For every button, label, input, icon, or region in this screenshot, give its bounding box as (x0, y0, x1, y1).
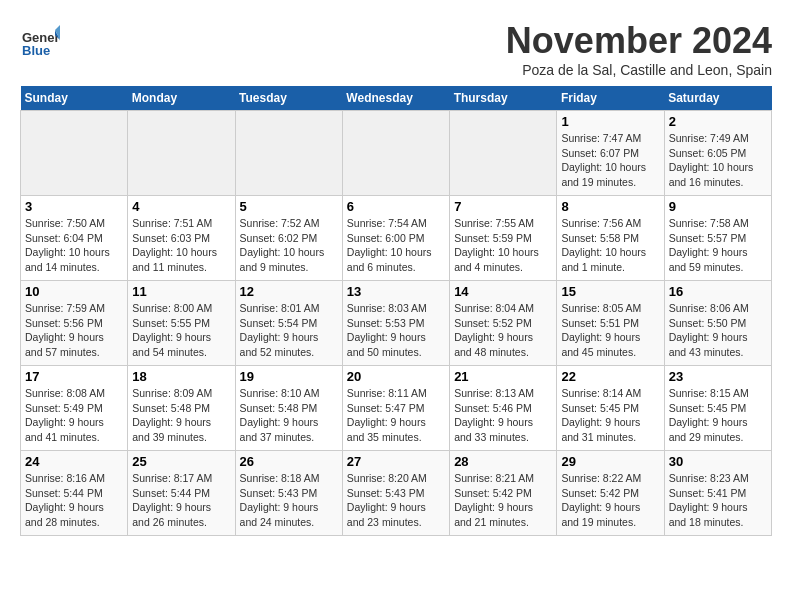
calendar-cell: 7Sunrise: 7:55 AMSunset: 5:59 PMDaylight… (450, 196, 557, 281)
calendar-cell: 19Sunrise: 8:10 AMSunset: 5:48 PMDayligh… (235, 366, 342, 451)
day-number: 12 (240, 284, 338, 299)
calendar-cell: 1Sunrise: 7:47 AMSunset: 6:07 PMDaylight… (557, 111, 664, 196)
calendar-cell: 11Sunrise: 8:00 AMSunset: 5:55 PMDayligh… (128, 281, 235, 366)
day-info: Sunrise: 7:54 AMSunset: 6:00 PMDaylight:… (347, 216, 445, 275)
calendar-cell: 14Sunrise: 8:04 AMSunset: 5:52 PMDayligh… (450, 281, 557, 366)
calendar-cell (21, 111, 128, 196)
day-number: 27 (347, 454, 445, 469)
day-info: Sunrise: 8:10 AMSunset: 5:48 PMDaylight:… (240, 386, 338, 445)
day-info: Sunrise: 8:04 AMSunset: 5:52 PMDaylight:… (454, 301, 552, 360)
day-info: Sunrise: 8:18 AMSunset: 5:43 PMDaylight:… (240, 471, 338, 530)
calendar-cell: 27Sunrise: 8:20 AMSunset: 5:43 PMDayligh… (342, 451, 449, 536)
calendar-cell: 21Sunrise: 8:13 AMSunset: 5:46 PMDayligh… (450, 366, 557, 451)
day-number: 26 (240, 454, 338, 469)
day-info: Sunrise: 8:22 AMSunset: 5:42 PMDaylight:… (561, 471, 659, 530)
day-info: Sunrise: 8:01 AMSunset: 5:54 PMDaylight:… (240, 301, 338, 360)
calendar-cell: 12Sunrise: 8:01 AMSunset: 5:54 PMDayligh… (235, 281, 342, 366)
day-info: Sunrise: 8:03 AMSunset: 5:53 PMDaylight:… (347, 301, 445, 360)
calendar-cell: 20Sunrise: 8:11 AMSunset: 5:47 PMDayligh… (342, 366, 449, 451)
weekday-header-tuesday: Tuesday (235, 86, 342, 111)
day-number: 28 (454, 454, 552, 469)
day-number: 18 (132, 369, 230, 384)
day-number: 2 (669, 114, 767, 129)
day-number: 4 (132, 199, 230, 214)
calendar-cell: 24Sunrise: 8:16 AMSunset: 5:44 PMDayligh… (21, 451, 128, 536)
calendar-week-5: 24Sunrise: 8:16 AMSunset: 5:44 PMDayligh… (21, 451, 772, 536)
day-info: Sunrise: 8:06 AMSunset: 5:50 PMDaylight:… (669, 301, 767, 360)
day-info: Sunrise: 7:47 AMSunset: 6:07 PMDaylight:… (561, 131, 659, 190)
day-number: 15 (561, 284, 659, 299)
calendar-week-3: 10Sunrise: 7:59 AMSunset: 5:56 PMDayligh… (21, 281, 772, 366)
day-number: 30 (669, 454, 767, 469)
calendar-cell (342, 111, 449, 196)
calendar-cell: 18Sunrise: 8:09 AMSunset: 5:48 PMDayligh… (128, 366, 235, 451)
day-number: 11 (132, 284, 230, 299)
weekday-header-wednesday: Wednesday (342, 86, 449, 111)
svg-text:Blue: Blue (22, 43, 50, 58)
calendar-cell: 9Sunrise: 7:58 AMSunset: 5:57 PMDaylight… (664, 196, 771, 281)
day-info: Sunrise: 8:23 AMSunset: 5:41 PMDaylight:… (669, 471, 767, 530)
day-info: Sunrise: 8:05 AMSunset: 5:51 PMDaylight:… (561, 301, 659, 360)
day-info: Sunrise: 7:49 AMSunset: 6:05 PMDaylight:… (669, 131, 767, 190)
calendar-cell: 26Sunrise: 8:18 AMSunset: 5:43 PMDayligh… (235, 451, 342, 536)
day-number: 1 (561, 114, 659, 129)
day-number: 9 (669, 199, 767, 214)
calendar-cell: 25Sunrise: 8:17 AMSunset: 5:44 PMDayligh… (128, 451, 235, 536)
day-number: 13 (347, 284, 445, 299)
calendar-cell: 3Sunrise: 7:50 AMSunset: 6:04 PMDaylight… (21, 196, 128, 281)
calendar-cell: 17Sunrise: 8:08 AMSunset: 5:49 PMDayligh… (21, 366, 128, 451)
day-number: 24 (25, 454, 123, 469)
calendar-cell: 28Sunrise: 8:21 AMSunset: 5:42 PMDayligh… (450, 451, 557, 536)
calendar-cell: 13Sunrise: 8:03 AMSunset: 5:53 PMDayligh… (342, 281, 449, 366)
day-number: 23 (669, 369, 767, 384)
day-info: Sunrise: 8:20 AMSunset: 5:43 PMDaylight:… (347, 471, 445, 530)
calendar-table: SundayMondayTuesdayWednesdayThursdayFrid… (20, 86, 772, 536)
calendar-cell (235, 111, 342, 196)
day-info: Sunrise: 8:11 AMSunset: 5:47 PMDaylight:… (347, 386, 445, 445)
day-info: Sunrise: 8:15 AMSunset: 5:45 PMDaylight:… (669, 386, 767, 445)
calendar-cell: 4Sunrise: 7:51 AMSunset: 6:03 PMDaylight… (128, 196, 235, 281)
weekday-header-saturday: Saturday (664, 86, 771, 111)
day-number: 17 (25, 369, 123, 384)
page-header: General Blue November 2024 Poza de la Sa… (20, 20, 772, 78)
calendar-cell (128, 111, 235, 196)
day-info: Sunrise: 7:50 AMSunset: 6:04 PMDaylight:… (25, 216, 123, 275)
calendar-cell: 29Sunrise: 8:22 AMSunset: 5:42 PMDayligh… (557, 451, 664, 536)
title-area: November 2024 Poza de la Sal, Castille a… (506, 20, 772, 78)
day-number: 19 (240, 369, 338, 384)
calendar-cell: 8Sunrise: 7:56 AMSunset: 5:58 PMDaylight… (557, 196, 664, 281)
calendar-cell: 16Sunrise: 8:06 AMSunset: 5:50 PMDayligh… (664, 281, 771, 366)
day-info: Sunrise: 7:59 AMSunset: 5:56 PMDaylight:… (25, 301, 123, 360)
location-subtitle: Poza de la Sal, Castille and Leon, Spain (506, 62, 772, 78)
day-info: Sunrise: 8:14 AMSunset: 5:45 PMDaylight:… (561, 386, 659, 445)
day-number: 10 (25, 284, 123, 299)
calendar-cell (450, 111, 557, 196)
day-info: Sunrise: 8:08 AMSunset: 5:49 PMDaylight:… (25, 386, 123, 445)
day-info: Sunrise: 8:17 AMSunset: 5:44 PMDaylight:… (132, 471, 230, 530)
calendar-cell: 2Sunrise: 7:49 AMSunset: 6:05 PMDaylight… (664, 111, 771, 196)
day-number: 5 (240, 199, 338, 214)
day-number: 7 (454, 199, 552, 214)
calendar-cell: 23Sunrise: 8:15 AMSunset: 5:45 PMDayligh… (664, 366, 771, 451)
day-info: Sunrise: 8:09 AMSunset: 5:48 PMDaylight:… (132, 386, 230, 445)
day-number: 6 (347, 199, 445, 214)
day-number: 16 (669, 284, 767, 299)
calendar-cell: 5Sunrise: 7:52 AMSunset: 6:02 PMDaylight… (235, 196, 342, 281)
day-info: Sunrise: 7:51 AMSunset: 6:03 PMDaylight:… (132, 216, 230, 275)
day-number: 8 (561, 199, 659, 214)
day-number: 22 (561, 369, 659, 384)
calendar-week-4: 17Sunrise: 8:08 AMSunset: 5:49 PMDayligh… (21, 366, 772, 451)
day-number: 3 (25, 199, 123, 214)
day-number: 29 (561, 454, 659, 469)
calendar-cell: 22Sunrise: 8:14 AMSunset: 5:45 PMDayligh… (557, 366, 664, 451)
calendar-week-1: 1Sunrise: 7:47 AMSunset: 6:07 PMDaylight… (21, 111, 772, 196)
day-number: 14 (454, 284, 552, 299)
day-info: Sunrise: 7:56 AMSunset: 5:58 PMDaylight:… (561, 216, 659, 275)
logo: General Blue (20, 20, 64, 60)
day-number: 20 (347, 369, 445, 384)
month-year-title: November 2024 (506, 20, 772, 62)
day-info: Sunrise: 8:16 AMSunset: 5:44 PMDaylight:… (25, 471, 123, 530)
calendar-cell: 10Sunrise: 7:59 AMSunset: 5:56 PMDayligh… (21, 281, 128, 366)
weekday-header-sunday: Sunday (21, 86, 128, 111)
calendar-week-2: 3Sunrise: 7:50 AMSunset: 6:04 PMDaylight… (21, 196, 772, 281)
